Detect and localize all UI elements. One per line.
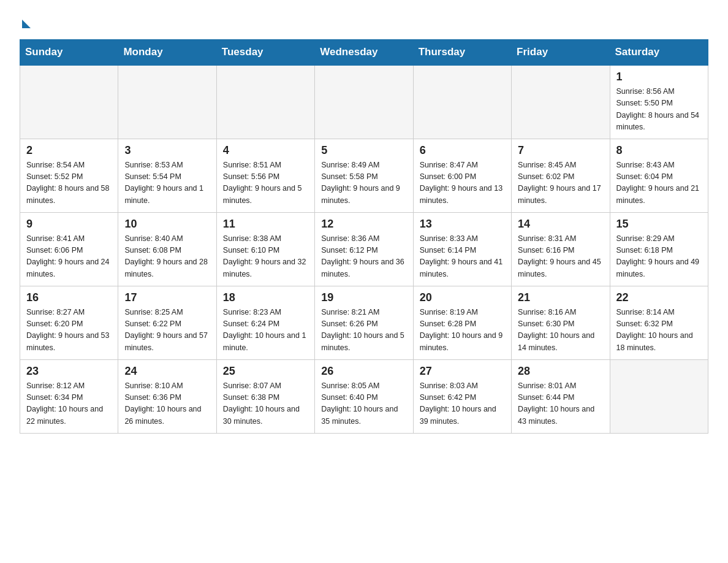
calendar-cell: 15Sunrise: 8:29 AM Sunset: 6:18 PM Dayli… [610,212,708,286]
day-info: Sunrise: 8:38 AM Sunset: 6:10 PM Dayligh… [223,233,308,281]
day-info: Sunrise: 8:21 AM Sunset: 6:26 PM Dayligh… [321,307,406,354]
day-number: 2 [26,144,112,157]
calendar-cell: 12Sunrise: 8:36 AM Sunset: 6:12 PM Dayli… [315,212,413,286]
day-number: 17 [124,291,210,304]
day-info: Sunrise: 8:12 AM Sunset: 6:34 PM Dayligh… [26,380,112,428]
calendar-header: SundayMondayTuesdayWednesdayThursdayFrid… [20,40,708,66]
calendar-cell: 13Sunrise: 8:33 AM Sunset: 6:14 PM Dayli… [413,212,511,286]
calendar-cell: 8Sunrise: 8:43 AM Sunset: 6:04 PM Daylig… [610,139,708,212]
day-number: 23 [26,365,112,378]
day-info: Sunrise: 8:07 AM Sunset: 6:38 PM Dayligh… [223,380,308,428]
calendar-cell: 9Sunrise: 8:41 AM Sunset: 6:06 PM Daylig… [20,212,118,286]
weekday-header-wednesday: Wednesday [315,40,413,66]
day-number: 16 [26,291,112,304]
day-number: 11 [223,218,308,231]
calendar-cell: 27Sunrise: 8:03 AM Sunset: 6:42 PM Dayli… [413,359,511,433]
day-info: Sunrise: 8:33 AM Sunset: 6:14 PM Dayligh… [420,233,505,281]
calendar-week-4: 16Sunrise: 8:27 AM Sunset: 6:20 PM Dayli… [20,286,708,359]
day-number: 25 [223,365,308,378]
calendar-cell: 22Sunrise: 8:14 AM Sunset: 6:32 PM Dayli… [610,286,708,359]
calendar-table: SundayMondayTuesdayWednesdayThursdayFrid… [20,39,708,434]
calendar-cell: 20Sunrise: 8:19 AM Sunset: 6:28 PM Dayli… [413,286,511,359]
weekday-header-sunday: Sunday [20,40,118,66]
calendar-cell: 1Sunrise: 8:56 AM Sunset: 5:50 PM Daylig… [610,65,708,139]
day-number: 9 [26,218,112,231]
calendar-cell: 21Sunrise: 8:16 AM Sunset: 6:30 PM Dayli… [512,286,610,359]
day-number: 24 [124,365,210,378]
calendar-cell [20,65,118,139]
calendar-cell: 14Sunrise: 8:31 AM Sunset: 6:16 PM Dayli… [512,212,610,286]
calendar-cell: 19Sunrise: 8:21 AM Sunset: 6:26 PM Dayli… [315,286,413,359]
day-number: 8 [616,144,702,157]
day-number: 6 [420,144,505,157]
day-number: 13 [420,218,505,231]
page-header [20,15,708,28]
day-number: 18 [223,291,308,304]
day-number: 28 [518,365,603,378]
calendar-cell: 4Sunrise: 8:51 AM Sunset: 5:56 PM Daylig… [216,139,314,212]
calendar-cell [512,65,610,139]
calendar-cell: 23Sunrise: 8:12 AM Sunset: 6:34 PM Dayli… [20,359,118,433]
calendar-cell: 2Sunrise: 8:54 AM Sunset: 5:52 PM Daylig… [20,139,118,212]
weekday-header-friday: Friday [512,40,610,66]
logo-arrow-icon [22,20,31,28]
day-info: Sunrise: 8:01 AM Sunset: 6:44 PM Dayligh… [518,380,603,428]
calendar-week-5: 23Sunrise: 8:12 AM Sunset: 6:34 PM Dayli… [20,359,708,433]
day-info: Sunrise: 8:56 AM Sunset: 5:50 PM Dayligh… [616,86,702,134]
calendar-cell [118,65,216,139]
logo [20,15,31,28]
day-info: Sunrise: 8:43 AM Sunset: 6:04 PM Dayligh… [616,159,702,207]
day-info: Sunrise: 8:51 AM Sunset: 5:56 PM Dayligh… [223,159,308,207]
calendar-cell: 17Sunrise: 8:25 AM Sunset: 6:22 PM Dayli… [118,286,216,359]
day-number: 1 [616,71,702,83]
weekday-header-thursday: Thursday [413,40,511,66]
day-info: Sunrise: 8:45 AM Sunset: 6:02 PM Dayligh… [518,159,603,207]
day-info: Sunrise: 8:19 AM Sunset: 6:28 PM Dayligh… [420,307,505,354]
day-info: Sunrise: 8:36 AM Sunset: 6:12 PM Dayligh… [321,233,406,281]
calendar-week-1: 1Sunrise: 8:56 AM Sunset: 5:50 PM Daylig… [20,65,708,139]
day-number: 26 [321,365,406,378]
day-info: Sunrise: 8:27 AM Sunset: 6:20 PM Dayligh… [26,307,112,354]
weekday-header-monday: Monday [118,40,216,66]
day-number: 5 [321,144,406,157]
day-number: 10 [124,218,210,231]
day-number: 19 [321,291,406,304]
calendar-week-3: 9Sunrise: 8:41 AM Sunset: 6:06 PM Daylig… [20,212,708,286]
day-number: 3 [124,144,210,157]
day-info: Sunrise: 8:29 AM Sunset: 6:18 PM Dayligh… [616,233,702,281]
weekday-header-row: SundayMondayTuesdayWednesdayThursdayFrid… [20,40,708,66]
day-info: Sunrise: 8:41 AM Sunset: 6:06 PM Dayligh… [26,233,112,281]
calendar-cell: 18Sunrise: 8:23 AM Sunset: 6:24 PM Dayli… [216,286,314,359]
calendar-cell: 5Sunrise: 8:49 AM Sunset: 5:58 PM Daylig… [315,139,413,212]
calendar-cell: 28Sunrise: 8:01 AM Sunset: 6:44 PM Dayli… [512,359,610,433]
day-info: Sunrise: 8:14 AM Sunset: 6:32 PM Dayligh… [616,307,702,354]
calendar-cell [610,359,708,433]
day-number: 4 [223,144,308,157]
day-info: Sunrise: 8:03 AM Sunset: 6:42 PM Dayligh… [420,380,505,428]
calendar-cell: 26Sunrise: 8:05 AM Sunset: 6:40 PM Dayli… [315,359,413,433]
day-number: 22 [616,291,702,304]
day-info: Sunrise: 8:16 AM Sunset: 6:30 PM Dayligh… [518,307,603,354]
day-info: Sunrise: 8:47 AM Sunset: 6:00 PM Dayligh… [420,159,505,207]
day-number: 21 [518,291,603,304]
weekday-header-tuesday: Tuesday [216,40,314,66]
day-number: 14 [518,218,603,231]
calendar-cell: 25Sunrise: 8:07 AM Sunset: 6:38 PM Dayli… [216,359,314,433]
day-info: Sunrise: 8:53 AM Sunset: 5:54 PM Dayligh… [124,159,210,207]
calendar-cell [315,65,413,139]
day-info: Sunrise: 8:54 AM Sunset: 5:52 PM Dayligh… [26,159,112,207]
day-number: 20 [420,291,505,304]
calendar-cell: 16Sunrise: 8:27 AM Sunset: 6:20 PM Dayli… [20,286,118,359]
weekday-header-saturday: Saturday [610,40,708,66]
day-info: Sunrise: 8:05 AM Sunset: 6:40 PM Dayligh… [321,380,406,428]
calendar-cell: 3Sunrise: 8:53 AM Sunset: 5:54 PM Daylig… [118,139,216,212]
day-info: Sunrise: 8:31 AM Sunset: 6:16 PM Dayligh… [518,233,603,281]
day-info: Sunrise: 8:23 AM Sunset: 6:24 PM Dayligh… [223,307,308,354]
day-info: Sunrise: 8:10 AM Sunset: 6:36 PM Dayligh… [124,380,210,428]
calendar-cell: 11Sunrise: 8:38 AM Sunset: 6:10 PM Dayli… [216,212,314,286]
day-number: 15 [616,218,702,231]
day-info: Sunrise: 8:49 AM Sunset: 5:58 PM Dayligh… [321,159,406,207]
day-number: 27 [420,365,505,378]
calendar-body: 1Sunrise: 8:56 AM Sunset: 5:50 PM Daylig… [20,65,708,433]
calendar-week-2: 2Sunrise: 8:54 AM Sunset: 5:52 PM Daylig… [20,139,708,212]
